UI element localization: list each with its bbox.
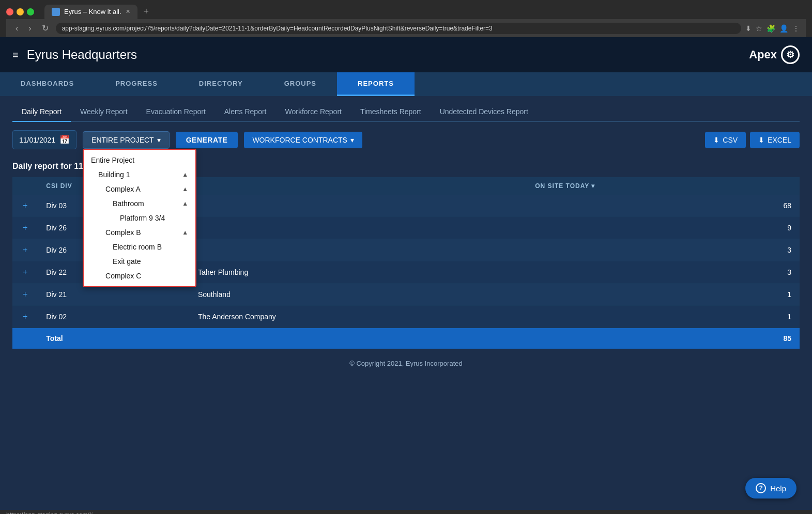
address-bar-row: ‹ › ↻ ⬇ ☆ 🧩 👤 ⋮ [6, 19, 806, 37]
expand-button[interactable]: + [21, 201, 29, 210]
total-label: Total [38, 328, 190, 349]
back-button[interactable]: ‹ [12, 23, 21, 34]
sub-nav-workforce-report[interactable]: Workforce Report [275, 102, 350, 122]
active-tab[interactable]: Eyrus – Know it all. ✕ [44, 5, 137, 19]
csv-export-button[interactable]: ⬇ CSV [705, 132, 746, 148]
chevron-up-icon: ▲ [182, 229, 188, 236]
sub-nav-alerts-report[interactable]: Alerts Report [215, 102, 276, 122]
hamburger-icon[interactable]: ≡ [12, 49, 19, 61]
company-cell [190, 239, 527, 261]
on-site-cell: 1 [527, 306, 800, 328]
chevron-up-icon: ▲ [182, 200, 188, 207]
on-site-cell: 1 [527, 284, 800, 306]
profile-icon: 👤 [779, 24, 788, 33]
nav-item-dashboards[interactable]: DASHBOARDS [0, 72, 95, 96]
sub-nav-daily-report[interactable]: Daily Report [12, 102, 71, 122]
expand-button[interactable]: + [21, 223, 29, 232]
menu-icon: ⋮ [792, 24, 800, 33]
nav-item-directory[interactable]: DIRECTORY [178, 72, 264, 96]
sub-nav-timesheets-report[interactable]: Timesheets Report [351, 102, 431, 122]
dropdown-item-complex-b[interactable]: Complex B ▲ [84, 225, 195, 240]
nav-item-groups[interactable]: GROUPS [264, 72, 337, 96]
sub-nav-weekly-report[interactable]: Weekly Report [71, 102, 137, 122]
dropdown-item-electric-room-b[interactable]: Electric room B [84, 240, 195, 254]
minimize-button[interactable] [17, 8, 24, 15]
download-excel-icon: ⬇ [758, 136, 764, 144]
entire-project-button[interactable]: ENTIRE PROJECT ▾ [83, 131, 170, 149]
new-tab-button[interactable]: + [142, 4, 151, 19]
toolbar: 11/01/2021 📅 ENTIRE PROJECT ▾ Entire Pro… [12, 122, 800, 158]
header-left: ≡ Eyrus Headquarters [12, 48, 137, 62]
dropdown-item-complex-a[interactable]: Complex A ▲ [84, 182, 195, 196]
generate-button[interactable]: GENERATE [176, 132, 238, 148]
total-row: Total 85 [12, 328, 800, 349]
footer: © Copyright 2021, Eyrus Incorporated [12, 349, 800, 378]
on-site-cell: 3 [527, 239, 800, 261]
apex-logo: Apex ⚙ [749, 45, 800, 64]
dropdown-item-exit-gate[interactable]: Exit gate [84, 254, 195, 269]
help-button[interactable]: ? Help [745, 478, 796, 499]
apex-text: Apex [749, 48, 777, 61]
dropdown-item-complex-c[interactable]: Complex C [84, 269, 195, 283]
tab-favicon [52, 8, 60, 16]
expand-button[interactable]: + [21, 245, 29, 255]
content-area: Daily Report Weekly Report Evacuation Re… [0, 96, 812, 378]
excel-export-button[interactable]: ⬇ EXCEL [750, 132, 800, 148]
chevron-down-icon: ▾ [350, 136, 354, 144]
on-site-cell: 3 [527, 261, 800, 284]
chevron-up-icon: ▲ [182, 185, 188, 193]
help-circle-icon: ? [756, 483, 766, 493]
app-header: ≡ Eyrus Headquarters Apex ⚙ [0, 37, 812, 72]
maximize-button[interactable] [27, 8, 34, 15]
calendar-icon: 📅 [59, 135, 70, 145]
status-bar: https://app-staging.eyrus.com/# [0, 510, 812, 514]
download-csv-icon: ⬇ [713, 136, 719, 144]
close-button[interactable] [6, 8, 13, 15]
company-cell: Taher Plumbing [190, 261, 527, 284]
nav-item-progress[interactable]: PROGRESS [95, 72, 178, 96]
table-row: + Div 02 The Anderson Company 1 [12, 306, 800, 328]
sub-nav-evacuation-report[interactable]: Evacuation Report [137, 102, 215, 122]
company-cell: Southland [190, 284, 527, 306]
browser-chrome: Eyrus – Know it all. ✕ + ‹ › ↻ ⬇ ☆ 🧩 👤 ⋮ [0, 0, 812, 37]
extension-icon: 🧩 [767, 24, 775, 33]
expand-button[interactable]: + [21, 312, 29, 321]
status-url: https://app-staging.eyrus.com/# [6, 511, 93, 514]
company-cell: The Anderson Company [190, 306, 527, 328]
dropdown-item-platform[interactable]: Platform 9 3/4 [84, 211, 195, 225]
total-value: 85 [527, 328, 800, 349]
bookmark-icon: ☆ [756, 24, 762, 33]
tab-close-icon[interactable]: ✕ [126, 8, 130, 15]
sub-nav-undetected-devices[interactable]: Undetected Devices Report [431, 102, 538, 122]
address-input[interactable] [56, 23, 741, 34]
dropdown-item-entire-project[interactable]: Entire Project [84, 153, 195, 167]
expand-button[interactable]: + [21, 268, 29, 277]
tab-title: Eyrus – Know it all. [64, 8, 121, 15]
workforce-contracts-button[interactable]: WORKFORCE CONTRACTS ▾ [244, 132, 362, 148]
app-container: ≡ Eyrus Headquarters Apex ⚙ DASHBOARDS P… [0, 37, 812, 510]
address-icons: ⬇ ☆ 🧩 👤 ⋮ [745, 24, 800, 33]
div-cell: Div 02 [38, 306, 190, 328]
expand-button[interactable]: + [21, 290, 29, 299]
sub-nav: Daily Report Weekly Report Evacuation Re… [12, 96, 800, 122]
dropdown-item-building1[interactable]: Building 1 ▲ [84, 167, 195, 182]
project-dropdown-menu: Entire Project Building 1 ▲ Complex A ▲ … [83, 149, 196, 287]
date-input[interactable]: 11/01/2021 📅 [12, 130, 76, 149]
company-cell [190, 217, 527, 239]
apex-gear-icon: ⚙ [781, 45, 800, 64]
download-icon: ⬇ [745, 24, 752, 33]
reload-button[interactable]: ↻ [39, 22, 52, 34]
company-cell [190, 195, 527, 217]
date-value: 11/01/2021 [19, 136, 55, 144]
help-label: Help [770, 484, 786, 493]
dropdown-item-bathroom[interactable]: Bathroom ▲ [84, 196, 195, 211]
chevron-down-icon: ▾ [157, 136, 161, 144]
on-site-cell: 9 [527, 217, 800, 239]
company-col-header [190, 177, 527, 195]
forward-button[interactable]: › [25, 23, 34, 34]
app-title: Eyrus Headquarters [27, 48, 137, 62]
export-group: ⬇ CSV ⬇ EXCEL [705, 132, 800, 148]
nav-item-reports[interactable]: REPORTS [337, 72, 415, 96]
on-site-header[interactable]: ON SITE TODAY ▾ [527, 177, 800, 195]
main-nav: DASHBOARDS PROGRESS DIRECTORY GROUPS REP… [0, 72, 812, 96]
